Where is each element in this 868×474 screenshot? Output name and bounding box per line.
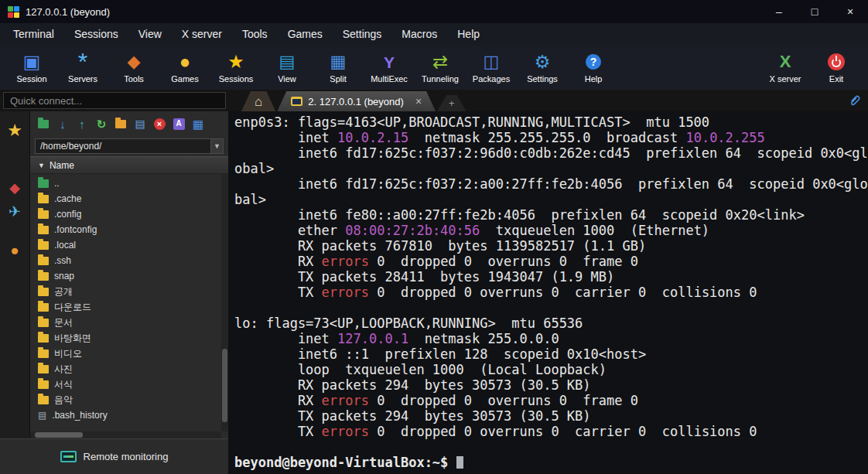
menu-macros[interactable]: Macros <box>391 28 447 40</box>
terminal-line: inet 127.0.0.1 netmask 255.0.0.0 <box>234 331 868 346</box>
menu-settings[interactable]: Settings <box>333 28 392 40</box>
sessions-icon: ★ <box>227 53 244 71</box>
file-name: .fontconfig <box>54 224 97 235</box>
vertical-scrollbar[interactable] <box>221 174 228 431</box>
download-button[interactable]: ↓ <box>56 117 70 131</box>
file-item[interactable]: 사진 <box>30 361 228 377</box>
file-list: ...cache.config.fontconfig.local.sshsnap… <box>30 174 228 438</box>
folder-icon <box>38 380 49 389</box>
sidebar-sessions-star-button[interactable]: ★ <box>0 119 29 142</box>
upload-button[interactable]: ↑ <box>75 117 89 131</box>
file-item[interactable]: ▤.bash_history <box>30 408 228 423</box>
toolbar-packages[interactable]: ◫Packages <box>466 52 517 84</box>
toolbar-settings[interactable]: ⚙Settings <box>517 52 568 84</box>
toolbar-icon-wrap: ▣ <box>23 52 41 73</box>
column-header-label: Name <box>50 160 74 171</box>
macros-icon: ◆ <box>9 181 20 195</box>
file-item[interactable]: 공개 <box>30 284 228 299</box>
file-item[interactable]: 바탕화면 <box>30 330 228 346</box>
folder-icon <box>38 226 49 234</box>
tab-new[interactable]: + <box>437 95 466 111</box>
column-header-name[interactable]: ▼ Name <box>30 156 228 174</box>
horizontal-scrollbar-thumb[interactable] <box>35 432 83 438</box>
rename-button[interactable]: A <box>172 117 186 131</box>
panel-button[interactable]: ▦ <box>191 117 205 131</box>
terminal-line: inet6 fd17:625c:f037:2:96d0:c0db:262e:cd… <box>234 145 868 161</box>
vertical-scrollbar-thumb[interactable] <box>222 349 227 422</box>
quick-connect-input[interactable] <box>3 92 226 109</box>
file-item[interactable]: 문서 <box>30 315 228 330</box>
settings-icon: ⚙ <box>535 53 551 71</box>
file-item[interactable]: snap <box>30 268 228 284</box>
view-icon: ▤ <box>279 53 296 70</box>
maximize-button[interactable]: □ <box>797 0 832 23</box>
path-input[interactable]: /home/beyond/ <box>36 141 210 152</box>
menu-tools[interactable]: Tools <box>232 28 278 40</box>
menu-terminal[interactable]: Terminal <box>3 28 64 40</box>
remote-monitoring-button[interactable]: Remote monitoring <box>0 438 228 474</box>
toolbar-x-server[interactable]: XX server <box>760 52 811 84</box>
horizontal-scrollbar[interactable] <box>30 431 221 438</box>
file-item[interactable]: .fontconfig <box>30 222 228 237</box>
delete-button[interactable]: × <box>152 117 166 131</box>
close-button[interactable]: × <box>832 0 868 23</box>
folder-icon <box>38 334 49 343</box>
sidebar-network-button[interactable]: ● <box>0 238 29 261</box>
file-item[interactable]: 서식 <box>30 377 228 392</box>
file-doc-button[interactable]: ▤ <box>133 117 147 131</box>
tab-close-icon[interactable]: × <box>415 95 422 107</box>
toolbar-icon-wrap: ? <box>586 52 601 73</box>
file-name: snap <box>54 271 74 281</box>
tab-home[interactable]: ⌂ <box>241 91 275 111</box>
sftp-icon: ✈ <box>9 204 21 219</box>
toolbar-view[interactable]: ▤View <box>261 52 313 84</box>
toolbar-servers[interactable]: *Servers <box>57 52 108 84</box>
toolbar-label: X server <box>770 74 801 84</box>
tab-session[interactable]: 2. 127.0.0.1 (beyond)× <box>277 91 436 111</box>
menu-x-server[interactable]: X server <box>172 28 232 40</box>
minimize-button[interactable]: – <box>761 0 797 23</box>
sort-arrow-icon: ▼ <box>38 162 45 169</box>
delete-icon: × <box>154 118 166 130</box>
attachments-icon[interactable] <box>848 94 861 110</box>
toolbar-multiexec[interactable]: YMultiExec <box>364 52 415 84</box>
toolbar-exit[interactable]: Exit <box>811 52 862 84</box>
refresh-button[interactable]: ↻ <box>94 117 108 131</box>
terminal-output[interactable]: enp0s3: flags=4163<UP,BROADCAST,RUNNING,… <box>228 111 868 474</box>
sidebar-macros-button[interactable]: ◆ <box>0 176 29 199</box>
file-name: 문서 <box>54 316 73 329</box>
folder-icon <box>38 210 49 219</box>
toolbar-session[interactable]: ▣Session <box>6 52 57 84</box>
toolbar-label: Split <box>330 74 346 84</box>
toolbar-icon-wrap: ★ <box>227 52 244 73</box>
file-item[interactable]: 비디오 <box>30 346 228 361</box>
file-doc-icon: ▤ <box>135 118 145 129</box>
toolbar-sessions[interactable]: ★Sessions <box>210 52 261 84</box>
file-item[interactable]: 다운로드 <box>30 299 228 315</box>
toolbar-games[interactable]: ●Games <box>159 52 210 84</box>
terminal-line: RX errors 0 dropped 0 overruns 0 frame 0 <box>234 254 868 269</box>
sidebar-sftp-button[interactable]: ✈ <box>0 199 29 223</box>
file-item[interactable]: .config <box>30 206 228 222</box>
file-item[interactable]: .cache <box>30 191 228 206</box>
toolbar-icon-wrap: ● <box>179 52 191 73</box>
path-dropdown-button[interactable]: ▼ <box>210 139 223 153</box>
file-item[interactable]: .. <box>30 176 228 191</box>
new-folder-button[interactable] <box>114 117 128 131</box>
menu-view[interactable]: View <box>128 28 172 40</box>
file-item[interactable]: 음악 <box>30 392 228 408</box>
menu-help[interactable]: Help <box>447 28 490 40</box>
file-item[interactable]: .ssh <box>30 253 228 268</box>
sessions-star-icon: ★ <box>7 122 22 139</box>
file-item[interactable]: .local <box>30 237 228 253</box>
menu-games[interactable]: Games <box>278 28 333 40</box>
menu-sessions[interactable]: Sessions <box>64 28 128 40</box>
toolbar-label: Tools <box>124 74 144 84</box>
toolbar-help[interactable]: ?Help <box>568 52 619 84</box>
toolbar-tunneling[interactable]: ⇄Tunneling <box>415 52 466 84</box>
toolbar-tools[interactable]: ◆Tools <box>108 52 159 84</box>
tools-icon: ◆ <box>128 53 141 70</box>
toolbar-label: View <box>278 74 296 84</box>
toolbar-split[interactable]: ▦Split <box>313 52 364 84</box>
folder-up-button[interactable] <box>36 117 50 131</box>
